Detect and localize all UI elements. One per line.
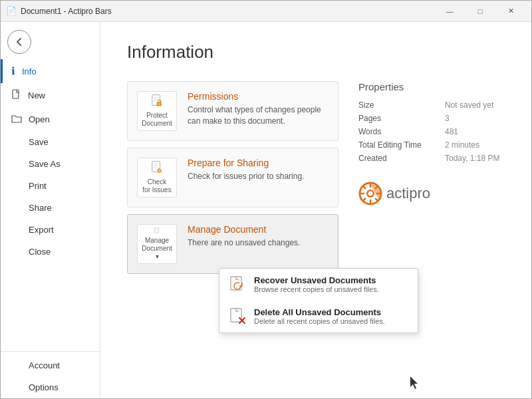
permissions-icon-box: ProtectDocument	[137, 91, 177, 131]
sidebar-spacer	[1, 263, 100, 351]
permissions-content: Permissions Control what types of change…	[188, 91, 329, 127]
manage-dropdown: Recover Unsaved Documents Browse recent …	[219, 268, 418, 333]
permissions-card[interactable]: ProtectDocument Permissions Control what…	[127, 81, 338, 141]
sidebar-item-account[interactable]: Account	[1, 354, 100, 376]
sharing-content: Prepare for Sharing Check for issues pri…	[188, 158, 329, 182]
sidebar-bottom: Account Options	[1, 351, 100, 398]
check-issues-label: Checkfor Issues	[142, 178, 171, 194]
delete-documents-item[interactable]: Delete All Unsaved Documents Delete all …	[219, 301, 418, 332]
svg-rect-12	[154, 227, 158, 233]
new-icon	[11, 89, 21, 102]
sidebar-item-account-label: Account	[29, 360, 60, 370]
sharing-title: Prepare for Sharing	[188, 158, 329, 168]
sidebar-item-info-label: Info	[22, 66, 37, 76]
prop-pages: Pages 3	[358, 114, 505, 123]
sidebar-item-save-as-label: Save As	[29, 159, 61, 169]
svg-rect-0	[13, 90, 19, 98]
sidebar-item-print-label: Print	[29, 181, 47, 191]
sidebar-item-new[interactable]: New	[1, 83, 100, 108]
permissions-title: Permissions	[188, 91, 329, 102]
cards-column: ProtectDocument Permissions Control what…	[127, 81, 338, 274]
window-controls: — □ ✕	[434, 1, 526, 22]
prop-editing-time: Total Editing Time 2 minutes	[358, 140, 505, 150]
sidebar-item-save-label: Save	[29, 137, 49, 147]
recover-title: Recover Unsaved Documents	[254, 275, 379, 285]
minimize-button[interactable]: —	[434, 1, 465, 22]
sidebar-item-export[interactable]: Export	[1, 219, 100, 241]
prop-size-key: Size	[358, 100, 445, 110]
manage-doc-label: ManageDocument ▾	[140, 237, 174, 261]
sharing-card[interactable]: Checkfor Issues Prepare for Sharing Chec…	[127, 148, 338, 207]
sidebar-item-share[interactable]: Share	[1, 197, 100, 219]
document-check-icon	[148, 161, 166, 175]
maximize-button[interactable]: □	[465, 1, 495, 22]
sidebar-item-options-label: Options	[29, 382, 59, 392]
close-button[interactable]: ✕	[495, 1, 526, 22]
back-button[interactable]	[7, 30, 31, 54]
prop-words: Words 481	[358, 127, 505, 136]
actipro-logo: actipro	[358, 182, 505, 205]
page-title: Information	[127, 42, 505, 63]
info-panel: Information	[100, 22, 531, 398]
manage-desc: There are no unsaved changes.	[188, 237, 329, 249]
protect-doc-label: ProtectDocument	[142, 112, 172, 128]
sharing-icon-box: Checkfor Issues	[137, 158, 177, 198]
sidebar-item-close-doc[interactable]: Close	[1, 241, 100, 263]
sidebar-item-open[interactable]: Open	[1, 108, 100, 131]
back-icon	[15, 37, 24, 47]
prop-created-key: Created	[358, 154, 445, 163]
delete-title: Delete All Unsaved Documents	[254, 307, 385, 317]
sidebar-item-print[interactable]: Print	[1, 175, 100, 197]
sharing-desc: Check for issues prior to sharing.	[188, 171, 329, 182]
recover-desc: Browse recent copies of unsaved files.	[254, 285, 379, 293]
recover-item-text: Recover Unsaved Documents Browse recent …	[254, 275, 379, 293]
recover-documents-item[interactable]: Recover Unsaved Documents Browse recent …	[219, 269, 418, 301]
app-window: 📄 Document1 - Actipro Bars — □ ✕ ℹ Info	[0, 0, 532, 399]
mouse-cursor	[410, 376, 420, 390]
sidebar: ℹ Info New Open Save Save A	[1, 22, 100, 398]
manage-content: Manage Document There are no unsaved cha…	[188, 224, 329, 249]
prop-editing-val: 2 minutes	[445, 140, 479, 150]
manage-icon-box: ManageDocument ▾	[137, 224, 177, 264]
prop-created: Created Today, 1:18 PM	[358, 154, 505, 163]
delete-item-text: Delete All Unsaved Documents Delete all …	[254, 307, 385, 325]
document-icon	[148, 227, 166, 233]
sidebar-item-save-as[interactable]: Save As	[1, 153, 100, 175]
svg-point-6	[159, 104, 160, 105]
properties-panel: Properties Size Not saved yet Pages 3 Wo…	[358, 81, 505, 274]
prop-size-val: Not saved yet	[445, 100, 493, 110]
permissions-desc: Control what types of changes people can…	[188, 104, 329, 127]
delete-desc: Delete all recent copies of unsaved file…	[254, 317, 385, 325]
sidebar-item-open-label: Open	[29, 114, 50, 124]
prop-size: Size Not saved yet	[358, 100, 505, 110]
delete-icon	[229, 307, 247, 326]
document-lock-icon	[148, 94, 166, 108]
prop-words-val: 481	[445, 127, 458, 136]
actipro-brand-text: actipro	[386, 185, 430, 202]
prop-pages-key: Pages	[358, 114, 445, 123]
recover-icon	[229, 275, 247, 294]
sidebar-item-share-label: Share	[29, 203, 52, 213]
sidebar-item-info[interactable]: ℹ Info	[1, 59, 100, 83]
sidebar-item-options[interactable]: Options	[1, 376, 100, 398]
prop-editing-key: Total Editing Time	[358, 140, 445, 150]
prop-words-key: Words	[358, 127, 445, 136]
prop-created-val: Today, 1:18 PM	[445, 154, 500, 163]
sidebar-item-export-label: Export	[29, 225, 54, 235]
properties-title: Properties	[358, 81, 505, 92]
info-grid: ProtectDocument Permissions Control what…	[127, 81, 505, 274]
sidebar-item-new-label: New	[28, 90, 45, 100]
svg-point-18	[368, 192, 373, 196]
open-icon	[11, 114, 22, 125]
app-icon: 📄	[6, 6, 17, 17]
main-content: ℹ Info New Open Save Save A	[1, 22, 531, 398]
info-icon: ℹ	[11, 65, 15, 77]
window-title: Document1 - Actipro Bars	[21, 7, 434, 16]
actipro-gear-icon	[358, 182, 382, 205]
manage-title: Manage Document	[188, 224, 329, 235]
sidebar-item-close-label: Close	[29, 247, 51, 257]
prop-pages-val: 3	[445, 114, 450, 123]
titlebar: 📄 Document1 - Actipro Bars — □ ✕	[1, 1, 531, 22]
sidebar-item-save[interactable]: Save	[1, 131, 100, 153]
manage-card[interactable]: ManageDocument ▾ Manage Document There a…	[127, 214, 338, 274]
